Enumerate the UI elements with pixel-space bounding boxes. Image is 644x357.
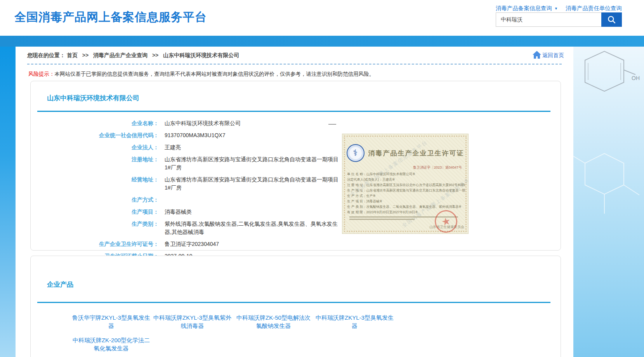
company-products-card: 企业产品 鲁沃华宇牌ZKYL-3型臭氧发生器 中科瑞沃牌ZKYL-3型臭氧紫外线… [30, 256, 561, 357]
section-divider [37, 302, 550, 303]
product-link-grid: 鲁沃华宇牌ZKYL-3型臭氧发生器 中科瑞沃牌ZKYL-3型臭氧紫外线消毒器 中… [71, 313, 394, 352]
product-link[interactable]: 中科瑞沃牌ZK-50型电解法次氯酸钠发生器 [234, 313, 313, 330]
field-label: 企业统一社会信用代码： [31, 131, 159, 139]
field-row: 经营地址： 山东省潍坊市高新区潍安路与宝通街交叉路口东北角自动变速器一期项目1#… [31, 176, 341, 192]
breadcrumb-enterprise-query-link[interactable]: 消毒产品生产企业查询 [93, 52, 148, 58]
breadcrumb-separator: >> [82, 52, 89, 58]
breadcrumb-separator: >> [152, 52, 158, 58]
site-title: 全国消毒产品网上备案信息服务平台 [14, 9, 207, 25]
product-link[interactable]: 鲁沃华宇牌ZKYL-3型臭氧发生器 [71, 313, 151, 330]
breadcrumb-current: 山东中科瑞沃环境技术有限公司 [163, 52, 239, 58]
field-label: 生产项目： [31, 208, 159, 216]
field-value: 91370700MA3M3U1QX7 [165, 131, 341, 139]
field-row: 生产企业卫生许可证号： 鲁卫消证字202304047 [31, 240, 341, 248]
emblem-icon: ⚕ [347, 144, 365, 162]
field-row: 生产类别： 紫外线消毒器,次氯酸钠发生器,二氧化氯发生器,臭氧发生器、臭氧水发生… [31, 220, 341, 236]
field-label: 企业法人： [31, 143, 159, 152]
field-row: 企业名称： 山东中科瑞沃环境技术有限公司 [31, 119, 341, 127]
back-home-link[interactable]: 返回首页 [532, 51, 564, 59]
breadcrumb-prefix: 您现在的位置： [27, 52, 65, 58]
field-row: 企业统一社会信用代码： 91370700MA3M3U1QX7 [31, 131, 341, 139]
certificate-line: 生 产 类 别：次氯酸钠发生器、二氧化氯发生器、臭氧发生器、紫外线消毒器※ [347, 204, 465, 209]
certificate-title: 消毒产品生产企业卫生许可证 [368, 149, 464, 158]
page: 全国消毒产品网上备案信息服务平台 消毒产品备案信息查询 ▼ 消毒产品责任单位查询 [0, 0, 644, 357]
risk-text: 本网站仅基于已掌握的信息提供查询服务，查询结果不代表本网站对被查询对象信用状况的… [55, 71, 375, 77]
certificate-line: 注 册 地 址：山东省潍坊高新区玉清东街以北中心次干道以西高新大厦902号科研楼 [347, 182, 465, 188]
main-content: 您现在的位置： 首页 >> 消毒产品生产企业查询 >> 山东中科瑞沃环境技术有限… [16, 47, 573, 357]
molecule-oh-label: OH [632, 75, 640, 81]
field-label: 注册地址： [31, 155, 159, 172]
company-info-card: 山东中科瑞沃环境技术有限公司 企业名称： 山东中科瑞沃环境技术有限公司 企业统一… [30, 81, 561, 251]
home-icon [532, 51, 542, 59]
product-link[interactable]: 中科瑞沃牌ZKYL-3型臭氧发生器 [315, 313, 394, 330]
section-divider [37, 111, 550, 112]
certificate-line: 生 产 方 式：生产※ [347, 193, 465, 199]
field-label: 生产方式： [31, 196, 159, 204]
top-nav: 消毒产品备案信息查询 ▼ 消毒产品责任单位查询 [496, 5, 622, 12]
product-link[interactable]: 中科瑞沃牌ZKYL-3型臭氧紫外线消毒器 [153, 313, 232, 330]
license-certificate-image: 全国消毒产品网上备案信息服务平台 全国消毒产品网上备案信息服务平台 ⚕ 消毒产品… [342, 134, 469, 234]
header-band [0, 36, 644, 47]
field-value: 鲁卫消证字202304047 [165, 240, 341, 248]
field-value [165, 196, 341, 204]
risk-notice: 风险提示：本网站仅基于已掌握的信息提供查询服务，查询结果不代表本网站对被查询对象… [28, 71, 374, 78]
field-value: 王建亮 [165, 143, 341, 152]
search-bar [496, 12, 622, 27]
certificate-line: 生 产 地 址：山东省潍坊市高新区潍安路与宝通街交叉路口东北角自动变速器一期项目… [347, 188, 465, 193]
field-value: 紫外线消毒器,次氯酸钠发生器,二氧化氯发生器,臭氧发生器、臭氧水发生器,其他器械… [165, 220, 341, 236]
certificate-number: 鲁卫消证字〔2023〕第04047号 [413, 165, 462, 170]
field-label: 生产企业卫生许可证号： [31, 240, 159, 248]
field-value: 山东省潍坊市高新区潍安路与宝通街交叉路口东北角自动变速器一期项目1#厂房 [165, 176, 341, 192]
field-value: 消毒器械类 [165, 208, 341, 216]
breadcrumb-home-link[interactable]: 首页 [67, 52, 78, 58]
company-card-title: 山东中科瑞沃环境技术有限公司 [47, 94, 139, 103]
field-row: 企业法人： 王建亮 [31, 143, 341, 152]
left-background [0, 47, 16, 357]
certificate-line: 法定代表人(或负责人)：王建亮※ [347, 177, 465, 182]
field-value: 山东中科瑞沃环境技术有限公司 [165, 119, 341, 127]
field-row: 生产项目： 消毒器械类 [31, 208, 341, 216]
certificate-header: ⚕ 消毒产品生产企业卫生许可证 [342, 144, 468, 162]
field-value: 山东省潍坊市高新区潍安路与宝通街交叉路口东北角自动变速器一期项目1#厂房 [165, 155, 341, 172]
certificate-line: 单 位 名 称：山东中科瑞沃环境技术有限公司※ [347, 171, 465, 177]
product-link[interactable]: 中科瑞沃牌ZK-200型化学法二氧化氯发生器 [71, 336, 151, 352]
certificate-body: 单 位 名 称：山东中科瑞沃环境技术有限公司※ 法定代表人(或负责人)：王建亮※… [347, 171, 465, 215]
right-background: OH [573, 47, 644, 357]
molecule-decoration: OH [573, 47, 644, 357]
field-label: 经营地址： [31, 176, 159, 192]
dashed-divider [27, 64, 562, 64]
field-row: 生产方式： [31, 196, 341, 204]
breadcrumb: 您现在的位置： 首页 >> 消毒产品生产企业查询 >> 山东中科瑞沃环境技术有限… [27, 52, 239, 59]
seal-star: ★ [440, 214, 451, 228]
risk-label: 风险提示： [28, 71, 55, 77]
nav-filing-query-link[interactable]: 消毒产品备案信息查询 ▼ [496, 5, 558, 12]
company-fields: 企业名称： 山东中科瑞沃环境技术有限公司 企业统一社会信用代码： 9137070… [31, 119, 341, 264]
chevron-down-icon: ▼ [554, 7, 558, 10]
search-input[interactable] [496, 12, 601, 27]
products-card-title: 企业产品 [47, 280, 73, 289]
field-label: 生产类别： [31, 220, 159, 236]
field-label: 企业名称： [31, 119, 159, 127]
site-header: 全国消毒产品网上备案信息服务平台 消毒产品备案信息查询 ▼ 消毒产品责任单位查询 [0, 0, 644, 36]
search-icon [607, 15, 617, 25]
nav-responsible-unit-query-link[interactable]: 消毒产品责任单位查询 [566, 5, 622, 12]
certificate-line: 生 产 项 目：消毒器械※ [347, 199, 465, 204]
search-button[interactable] [601, 12, 622, 27]
field-row: 注册地址： 山东省潍坊市高新区潍安路与宝通街交叉路口东北角自动变速器一期项目1#… [31, 155, 341, 172]
scan-artifact [328, 124, 336, 125]
